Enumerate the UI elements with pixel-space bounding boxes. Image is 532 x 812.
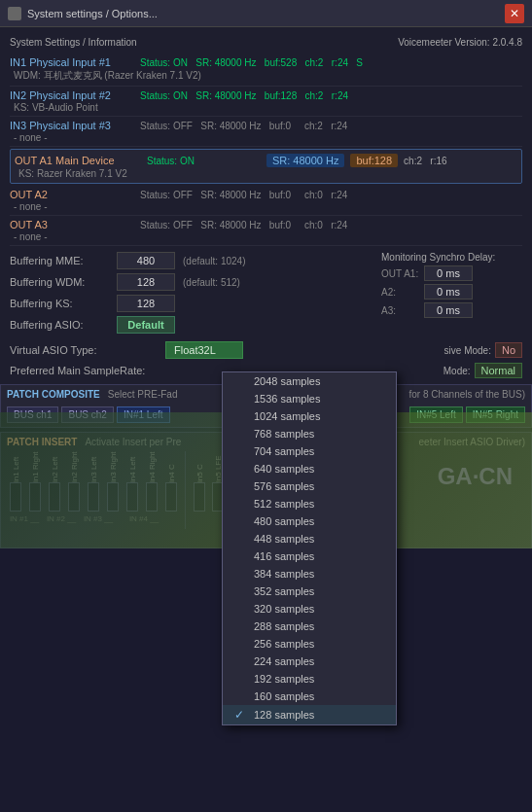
dropdown-item-128[interactable]: ✓ 128 samples bbox=[223, 705, 396, 724]
window-title: System settings / Options... bbox=[27, 8, 158, 19]
mode-value[interactable]: Normal bbox=[475, 363, 522, 378]
in3-status: Status: OFF SR: 48000 Hz buf:0 ch:2 r:24 bbox=[140, 121, 522, 131]
device-in2: IN2 Physical Input #2 Status: ON SR: 480… bbox=[10, 87, 522, 117]
device-out-a3: OUT A3 Status: OFF SR: 48000 Hz buf:0 ch… bbox=[10, 216, 522, 246]
dropdown-item-768[interactable]: 768 samples bbox=[223, 425, 396, 442]
header-left: System Settings / Information bbox=[10, 37, 137, 48]
out-a3-status: Status: OFF SR: 48000 Hz buf:0 ch:0 r:24 bbox=[140, 220, 522, 230]
in3-name: IN3 Physical Input #3 bbox=[10, 120, 136, 131]
buffering-ks-value[interactable]: 128 bbox=[117, 295, 175, 312]
device-in3: IN3 Physical Input #3 Status: OFF SR: 48… bbox=[10, 117, 522, 147]
patch-composite-title: PATCH COMPOSITE bbox=[7, 389, 100, 400]
out-a2-sub: - none - bbox=[10, 201, 522, 212]
monitoring-a3-label: A3: bbox=[381, 305, 420, 316]
dropdown-item-704[interactable]: 704 samples bbox=[223, 442, 396, 460]
dropdown-item-416[interactable]: 416 samples bbox=[223, 547, 396, 565]
out-a1-ch: ch:2 r:16 bbox=[404, 156, 517, 166]
monitoring-label: Monitoring Synchro Delay: bbox=[381, 252, 522, 263]
close-button[interactable]: ✕ bbox=[505, 4, 524, 23]
in1-sub: WDM: 耳机式麦克风 (Razer Kraken 7.1 V2) bbox=[10, 69, 522, 83]
mode-label: Mode: bbox=[443, 366, 471, 376]
dropdown-item-480[interactable]: 480 samples bbox=[223, 512, 396, 530]
out-a3-sub: - none - bbox=[10, 231, 522, 242]
dropdown-item-2048[interactable]: 2048 samples bbox=[223, 372, 396, 390]
watermark: GA·CN bbox=[438, 463, 513, 490]
buffering-asio-row: Buffering ASIO: Default bbox=[10, 316, 372, 334]
out-a1-sub: KS: Razer Kraken 7.1 V2 bbox=[15, 168, 517, 179]
dropdown-item-512[interactable]: 512 samples bbox=[223, 495, 396, 512]
dropdown-item-576[interactable]: 576 samples bbox=[223, 477, 396, 495]
out-a2-status: Status: OFF SR: 48000 Hz buf:0 ch:0 r:24 bbox=[140, 190, 522, 200]
out-a1-buf: buf:128 bbox=[350, 154, 398, 167]
out-a1-sr: SR: 48000 Hz bbox=[266, 154, 344, 167]
samples-dropdown: 2048 samples 1536 samples 1024 samples 7… bbox=[222, 371, 397, 725]
dropdown-item-256[interactable]: 256 samples bbox=[223, 635, 396, 653]
dropdown-item-448[interactable]: 448 samples bbox=[223, 530, 396, 547]
buffering-asio-label: Buffering ASIO: bbox=[10, 319, 117, 331]
monitoring-a1-value[interactable]: 0 ms bbox=[424, 265, 473, 281]
buffering-wdm-value[interactable]: 128 bbox=[117, 273, 175, 291]
title-bar: System settings / Options... ✕ bbox=[0, 0, 532, 27]
dropdown-item-640[interactable]: 640 samples bbox=[223, 460, 396, 477]
preferred-label: Preferred Main SampleRate: bbox=[10, 365, 165, 376]
in1-status: Status: ON SR: 48000 Hz buf:528 ch:2 r:2… bbox=[140, 57, 522, 68]
buffering-mme-default: (default: 1024) bbox=[183, 256, 246, 266]
buffering-wdm-row: Buffering WDM: 128 (default: 512) bbox=[10, 273, 372, 291]
header-right: Voicemeeter Version: 2.0.4.8 bbox=[398, 37, 522, 48]
buffering-wdm-default: (default: 512) bbox=[183, 277, 240, 288]
dropdown-item-320[interactable]: 320 samples bbox=[223, 600, 396, 618]
monitoring-a1-row: OUT A1: 0 ms bbox=[381, 265, 522, 281]
in2-status: Status: ON SR: 48000 Hz buf:128 ch:2 r:2… bbox=[140, 90, 522, 101]
dropdown-item-384[interactable]: 384 samples bbox=[223, 565, 396, 583]
monitoring-a3-row: A3: 0 ms bbox=[381, 302, 522, 318]
dropdown-item-288[interactable]: 288 samples bbox=[223, 618, 396, 635]
monitoring-a2-value[interactable]: 0 ms bbox=[424, 284, 473, 300]
dropdown-item-1024[interactable]: 1024 samples bbox=[223, 407, 396, 425]
checkmark-icon: ✓ bbox=[234, 708, 248, 722]
dropdown-item-160[interactable]: 160 samples bbox=[223, 688, 396, 705]
virtual-asio-label: Virtual ASIO Type: bbox=[10, 344, 165, 356]
buffering-mme-row: Buffering MME: 480 (default: 1024) bbox=[10, 252, 372, 269]
exclusive-value[interactable]: No bbox=[495, 342, 522, 358]
monitoring-a2-row: A2: 0 ms bbox=[381, 284, 522, 300]
virtual-asio-value[interactable]: Float32L bbox=[165, 341, 243, 359]
main-content: System Settings / Information Voicemeete… bbox=[0, 27, 532, 384]
patch-composite-desc-right: for 8 Channels of the BUS) bbox=[408, 389, 525, 400]
virtual-asio-row: Virtual ASIO Type: Float32L bbox=[10, 341, 243, 359]
dropdown-item-192[interactable]: 192 samples bbox=[223, 670, 396, 688]
out-a1-status: Status: ON bbox=[147, 156, 261, 166]
patch-composite-desc: Select PRE-Fad bbox=[108, 389, 178, 400]
buffering-wdm-label: Buffering WDM: bbox=[10, 276, 117, 288]
device-in1: IN1 Physical Input #1 Status: ON SR: 480… bbox=[10, 53, 522, 87]
dropdown-item-224[interactable]: 224 samples bbox=[223, 653, 396, 670]
monitoring-a1-label: OUT A1: bbox=[381, 268, 420, 279]
in2-name: IN2 Physical Input #2 bbox=[10, 89, 136, 101]
device-out-a2: OUT A2 Status: OFF SR: 48000 Hz buf:0 ch… bbox=[10, 186, 522, 216]
in2-sub: KS: VB-Audio Point bbox=[10, 102, 522, 113]
buffering-asio-value[interactable]: Default bbox=[117, 316, 175, 334]
app-icon bbox=[8, 7, 21, 20]
header-row: System Settings / Information Voicemeete… bbox=[10, 33, 522, 53]
buffering-mme-value[interactable]: 480 bbox=[117, 252, 175, 269]
dropdown-item-352[interactable]: 352 samples bbox=[223, 583, 396, 600]
monitoring-a3-value[interactable]: 0 ms bbox=[424, 302, 473, 318]
out-a3-name: OUT A3 bbox=[10, 219, 136, 230]
buffering-ks-label: Buffering KS: bbox=[10, 298, 117, 309]
exclusive-label: sive Mode: bbox=[444, 345, 491, 356]
out-a1-name: OUT A1 Main Device bbox=[15, 155, 141, 166]
device-out-a1: OUT A1 Main Device Status: ON SR: 48000 … bbox=[10, 149, 522, 184]
monitoring-a2-label: A2: bbox=[381, 287, 420, 298]
out-a2-name: OUT A2 bbox=[10, 189, 136, 200]
in1-name: IN1 Physical Input #1 bbox=[10, 56, 136, 68]
buffering-ks-row: Buffering KS: 128 bbox=[10, 295, 372, 312]
buffering-mme-label: Buffering MME: bbox=[10, 255, 117, 266]
in3-sub: - none - bbox=[10, 132, 522, 143]
dropdown-item-1536[interactable]: 1536 samples bbox=[223, 390, 396, 407]
